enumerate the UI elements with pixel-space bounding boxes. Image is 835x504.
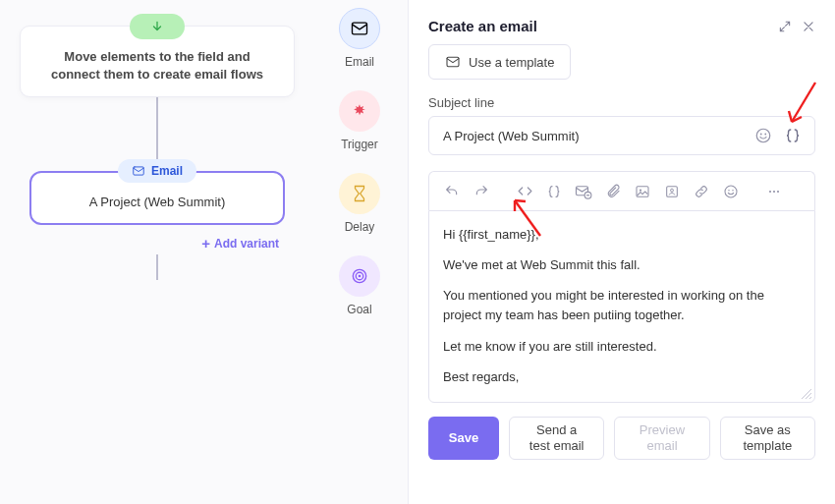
variable-icon[interactable] — [784, 127, 802, 144]
svg-rect-11 — [637, 186, 648, 196]
delay-icon — [351, 185, 368, 202]
email-editor-panel: Create an email Use a template Subject l… — [408, 0, 835, 504]
panel-actions: Save Send a test email Preview email Sav… — [428, 417, 815, 460]
signature-icon[interactable] — [659, 179, 685, 204]
add-variant-label: Add variant — [214, 237, 279, 251]
palette-label: Email — [345, 55, 374, 69]
email-pill-label: Email — [151, 164, 183, 178]
svg-point-20 — [777, 190, 779, 192]
svg-point-6 — [756, 129, 770, 142]
svg-point-3 — [359, 275, 362, 278]
body-line: Best regards, — [443, 367, 801, 387]
undo-icon[interactable] — [439, 179, 465, 204]
image-icon[interactable] — [630, 179, 655, 204]
expand-icon[interactable] — [778, 20, 792, 33]
unsubscribe-icon[interactable] — [571, 179, 596, 204]
svg-rect-0 — [353, 23, 367, 34]
svg-point-14 — [671, 189, 674, 192]
svg-point-16 — [728, 189, 729, 190]
send-test-button[interactable]: Send a test email — [509, 417, 604, 460]
svg-point-17 — [732, 189, 733, 190]
svg-point-8 — [764, 134, 766, 136]
variable-icon[interactable] — [541, 179, 567, 204]
save-label: Save — [449, 430, 478, 446]
attach-icon[interactable] — [600, 179, 626, 204]
save-template-button[interactable]: Save as template — [720, 417, 815, 460]
svg-point-15 — [725, 186, 737, 197]
email-icon — [350, 19, 369, 38]
element-palette: Email Trigger Delay Goal — [326, 8, 393, 316]
palette-label: Goal — [347, 303, 371, 316]
svg-point-18 — [769, 190, 771, 192]
body-line: Let me know if you are still interested. — [443, 337, 801, 357]
panel-title: Create an email — [428, 18, 537, 34]
flow-container: Move elements to the field and connect t… — [20, 31, 295, 280]
subject-label: Subject line — [428, 95, 815, 110]
redo-icon[interactable] — [469, 179, 494, 204]
editor-toolbar — [428, 171, 815, 210]
svg-point-19 — [773, 190, 775, 192]
preview-button[interactable]: Preview email — [614, 417, 709, 460]
email-icon — [132, 164, 145, 178]
email-icon — [445, 54, 461, 70]
flow-canvas[interactable]: Email Trigger Delay Goal — [0, 0, 408, 504]
goal-icon — [350, 266, 369, 286]
svg-rect-5 — [447, 57, 459, 66]
svg-rect-4 — [134, 167, 144, 175]
start-hint: Move elements to the field and connect t… — [38, 48, 276, 83]
save-template-label: Save as template — [737, 422, 799, 453]
resize-icon — [802, 389, 811, 399]
body-line: Alan — [443, 398, 801, 403]
emoji-icon[interactable] — [754, 127, 772, 144]
use-template-button[interactable]: Use a template — [428, 44, 571, 80]
link-icon[interactable] — [689, 179, 714, 204]
use-template-label: Use a template — [469, 55, 554, 70]
code-icon[interactable] — [512, 179, 537, 204]
palette-goal[interactable]: Goal — [339, 255, 380, 316]
connector — [156, 254, 158, 280]
palette-label: Trigger — [341, 138, 378, 151]
palette-trigger[interactable]: Trigger — [339, 90, 380, 151]
email-body-editor[interactable]: Hi {{first_name}}, We've met at Web Summ… — [428, 210, 815, 403]
body-line: Hi {{first_name}}, — [443, 225, 801, 245]
palette-label: Delay — [345, 220, 375, 234]
start-knob — [130, 14, 185, 39]
add-variant-button[interactable]: + Add variant — [201, 236, 279, 251]
svg-point-7 — [760, 134, 762, 136]
palette-delay[interactable]: Delay — [339, 173, 380, 234]
trigger-icon — [350, 101, 369, 121]
emoji-icon[interactable] — [718, 179, 744, 204]
email-node-pill: Email — [118, 159, 196, 183]
body-line: You mentioned you might be interested in… — [443, 286, 801, 325]
preview-label: Preview email — [631, 422, 693, 453]
svg-point-12 — [640, 189, 641, 191]
arrow-down-icon — [150, 20, 164, 33]
save-button[interactable]: Save — [428, 417, 499, 460]
palette-email[interactable]: Email — [339, 8, 380, 69]
more-icon[interactable] — [761, 179, 787, 204]
close-icon[interactable] — [802, 20, 815, 33]
start-node[interactable]: Move elements to the field and connect t… — [20, 26, 295, 97]
body-line: We've met at Web Summit this fall. — [443, 255, 801, 275]
send-test-label: Send a test email — [526, 422, 587, 453]
email-node[interactable]: Email A Project (Web Summit) + Add varia… — [29, 171, 285, 225]
